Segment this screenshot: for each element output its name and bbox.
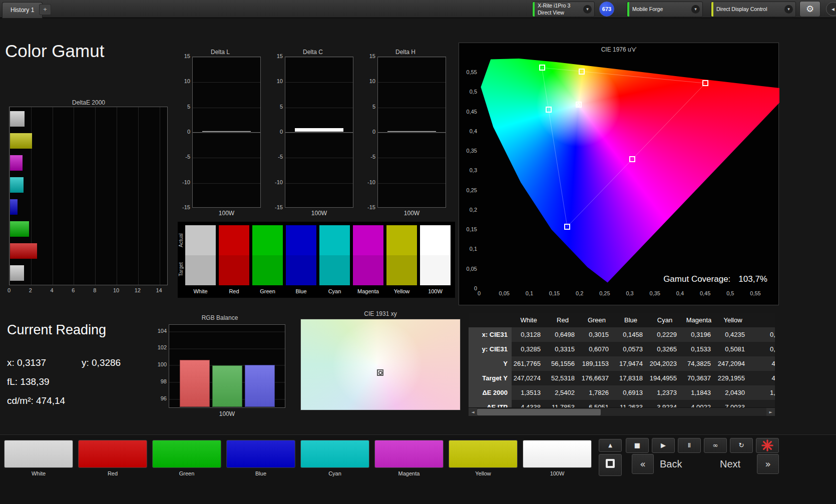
patch-label: Green [152, 470, 221, 476]
add-tab-button[interactable]: + [39, 4, 51, 15]
table-col-header [469, 313, 512, 327]
rgb-bars [170, 360, 284, 407]
transport-continuous-button[interactable]: ∞ [704, 438, 727, 453]
white-point-circle [577, 103, 580, 107]
test-patch-magenta[interactable]: Magenta [374, 440, 444, 476]
source-dropdown[interactable]: Mobile Forge ▾ [627, 2, 703, 17]
swatch-target [252, 255, 283, 285]
deltae-bar-red [10, 243, 37, 259]
table-cell: 0,3315 [546, 342, 580, 356]
table-col-header: Green [580, 313, 614, 327]
settings-button[interactable]: ⚙ [799, 1, 820, 17]
scroll-left-button[interactable]: ◄ [469, 408, 477, 416]
cie-ytick: 0,25 [460, 187, 477, 193]
cie-xtick: 0,25 [597, 290, 613, 296]
delta-chart-delta-l: Delta L151050-5-10-15100W [179, 49, 261, 214]
cie-ytick: 0,15 [460, 226, 477, 232]
test-patch-yellow[interactable]: Yellow [449, 440, 518, 476]
gamut-coverage-value: 103,7% [738, 274, 767, 284]
transport-stop-button[interactable]: ■ [626, 438, 649, 453]
cie-xtick: 0,35 [647, 290, 663, 296]
cie1931-panel: CIE 1931 xy [300, 310, 461, 411]
cie-ytick: 0,05 [460, 266, 477, 272]
delta-ytick: 10 [179, 78, 190, 84]
table-horizontal-scrollbar[interactable]: ◄ ► [469, 407, 775, 416]
source-name: Mobile Forge [627, 6, 663, 13]
cie-xtick: 0,1 [521, 290, 537, 296]
test-patch-green[interactable]: Green [152, 440, 221, 476]
cie1976-yticks: 0,550,50,450,40,350,30,250,20,150,10,050 [460, 57, 477, 289]
cie-xtick: 0 [471, 290, 487, 296]
marker-red-primary [702, 80, 708, 86]
cie-ytick: 0,45 [460, 109, 477, 115]
marker-cyan-secondary [546, 107, 552, 113]
table-cell: 0,1533 [682, 342, 716, 356]
transport-loop-button[interactable]: ↻ [730, 438, 753, 453]
gear-icon: ⚙ [806, 4, 814, 14]
collapse-panel-button[interactable]: ◂ [826, 2, 836, 16]
source-status-indicator [627, 2, 629, 17]
patch-swatch [300, 440, 369, 468]
cie1976-title: CIE 1976 u'v' [459, 46, 778, 53]
cie-xtick: 0,15 [547, 290, 563, 296]
calibration-asterisk-button[interactable] [756, 438, 779, 453]
tab-history-1[interactable]: History 1 [2, 2, 43, 18]
scroll-right-button[interactable]: ► [766, 408, 775, 416]
swatch-actual [420, 225, 451, 255]
swatch-target [185, 255, 216, 285]
delta-chart-delta-c: Delta C151050-5-10-15100W [272, 49, 354, 214]
window-mode-button[interactable] [599, 454, 622, 476]
swatch-label: Magenta [353, 288, 383, 294]
rgb-balance-title: RGB Balance [152, 314, 288, 321]
test-patch-100w[interactable]: 100W [523, 440, 592, 476]
deltae-bar-yellow [10, 133, 32, 149]
scrollbar-thumb[interactable] [477, 409, 601, 415]
table-cell: 0,3285 [512, 342, 546, 356]
results-table: WhiteRedGreenBlueCyanMagentaYellowx: CIE… [469, 313, 775, 416]
test-patch-red[interactable]: Red [78, 440, 147, 476]
test-patch-cyan[interactable]: Cyan [300, 440, 369, 476]
rgb-ytick: 100 [156, 361, 167, 367]
reading-fl: fL: 138,39 [7, 376, 50, 387]
panel-up-button[interactable]: ▲ [599, 439, 622, 452]
deltae-bar-magenta [10, 155, 23, 171]
patch-swatch [152, 440, 221, 468]
meter-dropdown[interactable]: X-Rite i1Pro 3 Direct View ▾ [532, 2, 595, 17]
patch-label: Blue [226, 470, 295, 476]
marker-yellow-secondary [579, 69, 585, 75]
reading-x: x: 0,3137 [7, 357, 46, 368]
transport-pause-button[interactable]: Ⅱ [678, 438, 701, 453]
display-control-dropdown[interactable]: Direct Display Control ▾ [711, 2, 796, 17]
swatch-label: 100W [420, 288, 451, 294]
transport-row: ■▶Ⅱ∞↻ [626, 438, 779, 453]
swatch-actual [353, 225, 383, 255]
back-button[interactable]: Back [660, 454, 682, 474]
delta-ytick: -15 [179, 204, 190, 210]
next-chevron-button[interactable]: » [757, 454, 779, 474]
delta-chart-yticks: 151050-5-10-15 [179, 57, 190, 208]
swatch-white: White [185, 225, 216, 294]
back-chevron-button[interactable]: « [632, 454, 654, 474]
table-cell: 261,7765 [512, 356, 546, 371]
delta-chart-title: Delta L [179, 49, 261, 56]
cie-ytick: 0,1 [460, 246, 477, 252]
transport-play-button[interactable]: ▶ [652, 438, 675, 453]
delta-chart-yticks: 151050-5-10-15 [364, 57, 375, 208]
delta-bar [387, 131, 436, 132]
delta-ytick: -5 [272, 154, 283, 160]
delta-ytick: -15 [364, 204, 375, 210]
next-button[interactable]: Next [720, 454, 740, 474]
test-patch-blue[interactable]: Blue [226, 440, 295, 476]
delta-chart-delta-h: Delta H151050-5-10-15100W [364, 49, 447, 214]
measurement-count-badge: 673 [599, 2, 614, 17]
rgb-plot [169, 324, 285, 408]
gamut-coverage-label: Gamut Coverage: [663, 274, 730, 284]
cie1931-diagram [300, 319, 461, 410]
table-cell: 1,2373 [648, 385, 682, 400]
test-patch-white[interactable]: White [4, 440, 73, 476]
delta-ytick: 10 [364, 78, 375, 84]
gamut-coverage: Gamut Coverage: 103,7% [663, 274, 767, 284]
swatch-target [420, 255, 451, 285]
display-control-name: Direct Display Control [711, 6, 767, 13]
delta-ytick: 0 [364, 129, 375, 135]
